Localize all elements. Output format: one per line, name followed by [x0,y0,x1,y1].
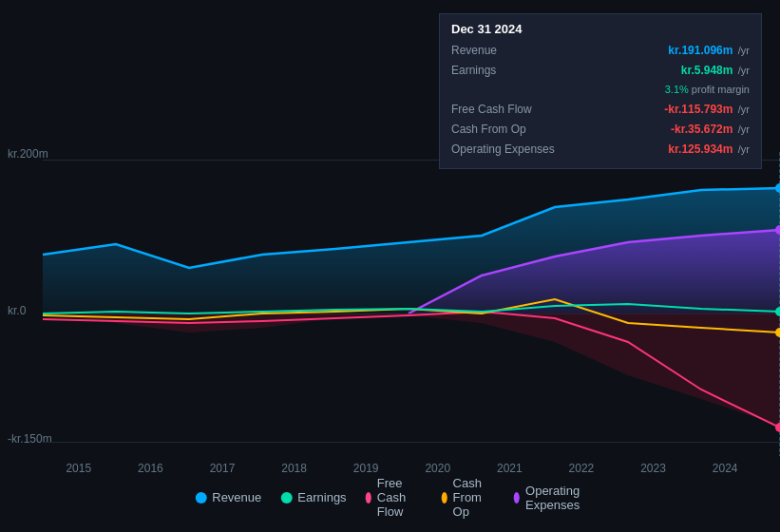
tooltip-cfo-row: Cash From Op -kr.35.672m /yr [451,121,750,138]
legend-revenue[interactable]: Revenue [195,490,261,504]
tooltip-fcf-label: Free Cash Flow [451,101,532,118]
legend-dot-cfo [441,492,447,504]
tooltip-opex-value: kr.125.934m /yr [668,141,750,158]
x-label-2024: 2024 [689,462,761,475]
x-label-2015: 2015 [43,462,115,475]
tooltip-fcf-row: Free Cash Flow -kr.115.793m /yr [451,101,750,118]
legend-fcf[interactable]: Free Cash Flow [366,476,423,519]
x-label-2017: 2017 [186,462,258,475]
tooltip-fcf-value: -kr.115.793m /yr [664,101,750,118]
tooltip-revenue-label: Revenue [451,42,497,59]
x-label-2023: 2023 [618,462,690,475]
tooltip-margin-value: 3.1% profit margin [665,82,750,98]
legend-earnings[interactable]: Earnings [280,490,346,504]
legend-dot-earnings [280,492,292,504]
tooltip-date: Dec 31 2024 [451,22,750,36]
tooltip-margin-row: 3.1% profit margin [451,82,750,98]
legend-dot-fcf [366,492,371,504]
legend-opex[interactable]: Operating Expenses [514,484,585,512]
legend-cfo[interactable]: Cash From Op [441,476,494,519]
tooltip-box: Dec 31 2024 Revenue kr.191.096m /yr Earn… [439,13,762,169]
x-label-2022: 2022 [545,462,618,475]
tooltip-earnings-row: Earnings kr.5.948m /yr [451,62,750,79]
legend-label-earnings: Earnings [297,490,346,504]
legend-label-fcf: Free Cash Flow [377,476,423,519]
tooltip-opex-row: Operating Expenses kr.125.934m /yr [451,141,750,158]
tooltip-earnings-label: Earnings [451,62,496,79]
y-label-0: kr.0 [8,304,26,317]
chart-legend: Revenue Earnings Free Cash Flow Cash Fro… [195,476,585,519]
x-label-2020: 2020 [402,462,474,475]
legend-label-opex: Operating Expenses [525,484,585,512]
x-axis-labels: 2015 2016 2017 2018 2019 2020 2021 2022 … [0,462,780,475]
tooltip-cfo-label: Cash From Op [451,121,526,138]
tooltip-revenue-value: kr.191.096m /yr [668,42,750,59]
legend-dot-revenue [195,492,206,504]
legend-label-revenue: Revenue [212,490,261,504]
x-label-2018: 2018 [258,462,331,475]
x-label-2019: 2019 [330,462,402,475]
x-label-2021: 2021 [474,462,546,475]
legend-label-cfo: Cash From Op [453,476,495,519]
tooltip-revenue-row: Revenue kr.191.096m /yr [451,42,750,59]
legend-dot-opex [514,492,520,504]
tooltip-opex-label: Operating Expenses [451,141,555,158]
x-label-2016: 2016 [115,462,187,475]
chart-container: Dec 31 2024 Revenue kr.191.096m /yr Earn… [0,0,780,532]
tooltip-earnings-value: kr.5.948m /yr [681,62,750,79]
tooltip-cfo-value: -kr.35.672m /yr [671,121,750,138]
